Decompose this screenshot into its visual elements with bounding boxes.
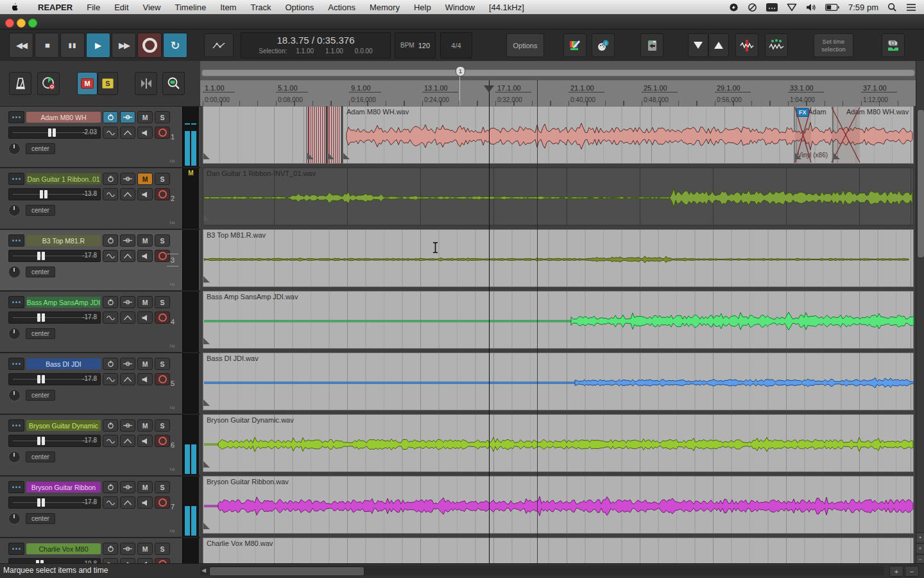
vzoom-in-button[interactable]: + bbox=[916, 543, 924, 553]
track-fx-wet-knob[interactable] bbox=[103, 127, 118, 139]
track-volume-slider[interactable]: -17.8 bbox=[8, 435, 101, 447]
do-not-disturb-icon[interactable] bbox=[748, 3, 757, 12]
sync-status-icon[interactable] bbox=[729, 3, 739, 12]
media-item[interactable]: Adam M80 WH.wav bbox=[343, 106, 794, 164]
track-fx-wet-knob[interactable] bbox=[103, 250, 118, 262]
track-pan-label[interactable]: center bbox=[26, 143, 55, 154]
menu-item-options[interactable]: Options bbox=[278, 3, 321, 12]
window-zoom-button[interactable] bbox=[28, 19, 37, 28]
item-fade-handle[interactable] bbox=[203, 338, 210, 344]
track-pan-knob[interactable] bbox=[8, 389, 21, 401]
item-properties-button[interactable]: i bbox=[592, 33, 615, 57]
track-fx-enable-button[interactable] bbox=[103, 173, 118, 185]
options-button[interactable]: Options bbox=[506, 33, 544, 57]
apple-menu-icon[interactable] bbox=[9, 3, 19, 12]
marker-strip[interactable]: 1 bbox=[200, 61, 916, 81]
arrange-track-lane[interactable]: Charlie Vox M80.wav bbox=[200, 538, 916, 564]
master-mute-button[interactable]: M bbox=[77, 72, 98, 95]
track-envelope-button[interactable] bbox=[120, 419, 135, 432]
item-fade-handle[interactable] bbox=[203, 276, 210, 283]
item-fade-handle[interactable] bbox=[203, 461, 210, 468]
track-mute-button[interactable]: M bbox=[137, 173, 153, 185]
edit-cursor-handle[interactable] bbox=[484, 85, 494, 92]
track-io-button[interactable]: io bbox=[170, 466, 175, 472]
volume-handle[interactable] bbox=[37, 375, 45, 383]
volume-handle[interactable] bbox=[37, 498, 45, 507]
track-phase-button[interactable] bbox=[120, 435, 135, 447]
track-fx-enable-button[interactable] bbox=[103, 481, 118, 493]
item-fade-handle[interactable] bbox=[203, 215, 210, 221]
track-grip-handle[interactable] bbox=[8, 543, 24, 555]
media-item[interactable] bbox=[327, 106, 341, 164]
trim-items-button[interactable] bbox=[735, 33, 758, 57]
vertical-scrollbar-thumb[interactable] bbox=[917, 109, 924, 258]
selection-value[interactable]: 0.0.00 bbox=[355, 48, 373, 55]
track-name[interactable]: Charlie Vox M80 bbox=[26, 543, 101, 554]
track-envelope-button[interactable] bbox=[120, 543, 135, 555]
track-fx-enable-button[interactable] bbox=[103, 296, 118, 308]
track-io-button[interactable]: io bbox=[170, 281, 175, 287]
pause-button[interactable]: ▮▮ bbox=[60, 33, 85, 58]
track-pan-knob[interactable] bbox=[8, 266, 21, 278]
track-phase-button[interactable] bbox=[120, 250, 135, 262]
arrange-track-lane[interactable]: Bass Amp SansAmp JDI.wav bbox=[200, 291, 916, 353]
horizontal-scrollbar[interactable]: ◀ bbox=[200, 566, 884, 575]
track-envelope-button[interactable] bbox=[120, 296, 135, 308]
bpm-box[interactable]: BPM 120 bbox=[395, 32, 436, 58]
selection-value[interactable]: 1.1.00 bbox=[296, 48, 314, 55]
media-item[interactable]: Adam M80 WH.wav bbox=[833, 106, 914, 164]
marker-1-flag[interactable]: 1 bbox=[456, 66, 465, 76]
track-mute-button[interactable]: M bbox=[137, 419, 153, 432]
item-fade-handle[interactable] bbox=[203, 153, 210, 159]
transport-time-display[interactable]: 18.3.75 / 0:35.376 Selection: 1.1.001.1.… bbox=[241, 32, 391, 58]
track-mute-button[interactable]: M bbox=[137, 296, 153, 308]
volume-handle[interactable] bbox=[37, 252, 45, 260]
previous-take-button[interactable] bbox=[688, 33, 708, 57]
media-item[interactable] bbox=[203, 106, 307, 164]
repeat-button[interactable]: ↻ bbox=[163, 33, 187, 58]
track-fx-enable-button[interactable] bbox=[103, 111, 118, 123]
track-name[interactable]: Dan Guitar 1 Ribbon..01 bbox=[26, 173, 101, 184]
notification-center-icon[interactable] bbox=[906, 3, 916, 12]
menu-item-track[interactable]: Track bbox=[243, 3, 278, 12]
track-envelope-button[interactable] bbox=[120, 358, 135, 370]
play-button[interactable]: ▶ bbox=[86, 33, 110, 58]
track-volume-slider[interactable]: -17.8 bbox=[8, 373, 101, 385]
spotlight-search-icon[interactable] bbox=[887, 3, 897, 12]
track-grip-handle[interactable] bbox=[8, 358, 24, 370]
item-fade-handle[interactable] bbox=[328, 153, 334, 159]
track-phase-button[interactable] bbox=[120, 127, 135, 139]
rewind-button[interactable]: ◀◀ bbox=[9, 33, 33, 58]
track-phase-button[interactable] bbox=[120, 188, 135, 200]
zoom-tool-button[interactable] bbox=[162, 72, 185, 95]
media-item[interactable]: Dan Guitar 1 Ribbon-INVT_01.wav bbox=[203, 168, 914, 225]
menu-item-edit[interactable]: Edit bbox=[107, 3, 135, 12]
track-monitor-button[interactable] bbox=[137, 373, 153, 385]
forward-button[interactable]: ▶▶ bbox=[112, 33, 136, 58]
track-monitor-button[interactable] bbox=[137, 250, 153, 262]
menubar-clock[interactable]: 7:59 pm bbox=[848, 3, 878, 12]
track-name[interactable]: Bass Amp SansAmp JDI bbox=[26, 297, 101, 308]
track-grip-handle[interactable] bbox=[8, 234, 24, 247]
track-mute-button[interactable]: M bbox=[137, 543, 153, 555]
media-item[interactable]: AdamFXVinyl (x86) bbox=[794, 106, 833, 164]
item-fx-badge[interactable]: FX bbox=[796, 108, 809, 117]
track-monitor-button[interactable] bbox=[137, 435, 153, 447]
track-phase-button[interactable] bbox=[120, 373, 135, 385]
next-take-button[interactable] bbox=[708, 33, 729, 57]
track-grip-handle[interactable] bbox=[8, 481, 24, 493]
item-fade-handle[interactable] bbox=[343, 153, 350, 159]
track-io-button[interactable]: io bbox=[170, 405, 175, 410]
menu-item-441khz[interactable]: [44.1kHz] bbox=[482, 3, 531, 12]
bpm-value[interactable]: 120 bbox=[418, 42, 430, 49]
track-monitor-button[interactable] bbox=[137, 188, 153, 200]
menu-item-timeline[interactable]: Timeline bbox=[168, 3, 214, 12]
track-pan-label[interactable]: center bbox=[26, 390, 55, 401]
track-volume-slider[interactable]: -17.8 bbox=[8, 311, 101, 324]
track-name[interactable]: Bass DI JDI bbox=[26, 358, 101, 369]
media-item[interactable]: Bryson Guitar Dynamic.wav bbox=[203, 414, 914, 472]
stop-button[interactable]: ■ bbox=[35, 33, 59, 58]
track-monitor-button[interactable] bbox=[137, 496, 153, 509]
track-grip-handle[interactable] bbox=[8, 173, 24, 185]
track-pan-label[interactable]: center bbox=[26, 451, 55, 462]
